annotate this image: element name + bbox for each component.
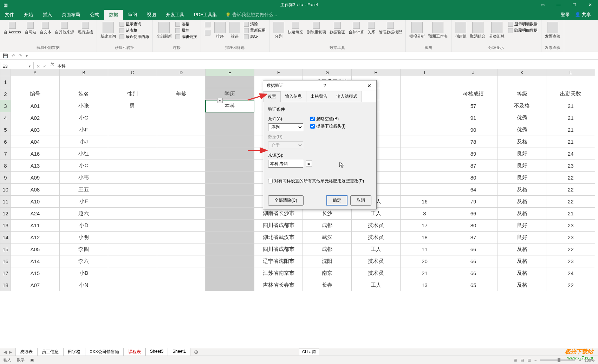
cell[interactable]: 小红	[59, 148, 108, 160]
sheet-tab[interactable]: Sheet1	[168, 348, 190, 356]
sheet-tab[interactable]: 员工信息	[37, 348, 63, 356]
cell[interactable]: 及格	[498, 196, 546, 208]
cell[interactable]	[498, 76, 546, 88]
col-header[interactable]: E	[206, 69, 254, 76]
btn-from-table[interactable]: 从表格	[118, 27, 150, 33]
cell[interactable]: 13	[400, 279, 449, 291]
btn-whatif[interactable]: 模拟分析	[408, 21, 426, 40]
ignore-blank-checkbox[interactable]	[310, 117, 315, 121]
cell[interactable]: 四川省成都市	[254, 243, 303, 255]
cell[interactable]: 小F	[59, 124, 108, 136]
btn-data-validation[interactable]: 数据验证	[328, 21, 346, 35]
btn-relationships[interactable]: 关系	[366, 21, 377, 35]
cell[interactable]	[108, 196, 157, 208]
cell[interactable]	[108, 220, 157, 232]
cell[interactable]: 成都	[303, 243, 352, 255]
cell[interactable]: 小E	[59, 196, 108, 208]
chevron-down-icon[interactable]: ▼	[28, 65, 31, 68]
cell[interactable]: A02	[11, 112, 60, 124]
cell[interactable]: 小D	[59, 220, 108, 232]
maximize-icon[interactable]: ☐	[566, 0, 582, 10]
cell[interactable]: 3	[400, 208, 449, 220]
cancel-button[interactable]: 取消	[350, 195, 371, 206]
cell[interactable]: 22	[546, 196, 595, 208]
cell[interactable]: 男	[108, 100, 157, 112]
cell[interactable]: 66	[449, 208, 498, 220]
tell-me-box[interactable]: 💡 告诉我您想要做什么...	[225, 10, 277, 20]
cell[interactable]: 长春	[303, 279, 352, 291]
cell[interactable]: 87	[449, 232, 498, 243]
cell[interactable]	[108, 267, 157, 279]
btn-show-detail[interactable]: 显示明细数据	[507, 21, 539, 27]
cell[interactable]	[59, 76, 108, 88]
row-header[interactable]: 6	[0, 136, 11, 148]
cell[interactable]	[400, 172, 449, 184]
btn-subtotal[interactable]: 分类汇总	[488, 21, 506, 40]
row-header[interactable]: 7	[0, 148, 11, 160]
btn-clear[interactable]: 清除	[242, 21, 267, 27]
cell[interactable]	[157, 172, 206, 184]
cell[interactable]: 技术员	[352, 267, 401, 279]
row-header[interactable]: 1	[0, 76, 11, 88]
cell[interactable]: 80	[449, 220, 498, 232]
dialog-tab-error[interactable]: 出错警告	[306, 91, 332, 102]
cell[interactable]	[157, 267, 206, 279]
cell[interactable]: A24	[11, 208, 60, 220]
cell[interactable]: 良好	[498, 232, 546, 243]
cell[interactable]	[108, 255, 157, 267]
enter-edit-icon[interactable]: ✓	[43, 64, 46, 69]
cell[interactable]: 南京	[303, 267, 352, 279]
allow-select[interactable]: 序列	[268, 123, 303, 131]
dialog-tab-input-msg[interactable]: 输入信息	[280, 91, 306, 102]
cell[interactable]: 17	[400, 220, 449, 232]
cell[interactable]: 90	[449, 124, 498, 136]
ok-button[interactable]: 确定	[326, 195, 347, 206]
cell[interactable]	[157, 220, 206, 232]
cell[interactable]	[206, 220, 254, 232]
redo-icon[interactable]: ↷	[19, 53, 22, 58]
cell[interactable]	[206, 184, 254, 196]
cell[interactable]: 21	[546, 100, 595, 112]
macro-record-icon[interactable]: ▣	[30, 358, 34, 362]
btn-from-other[interactable]: 自其他来源	[53, 21, 76, 35]
cell[interactable]: 22	[546, 172, 595, 184]
btn-from-web[interactable]: 自网站	[23, 21, 38, 35]
cell[interactable]	[400, 76, 449, 88]
cell[interactable]: 18	[400, 232, 449, 243]
cell[interactable]	[11, 76, 60, 88]
cell[interactable]: 78	[449, 136, 498, 148]
ime-indicator[interactable]: CH ♪ 简	[299, 349, 319, 355]
cell[interactable]: A05	[11, 243, 60, 255]
btn-refresh-all[interactable]: 全部刷新	[155, 21, 173, 40]
cell[interactable]: 22	[546, 184, 595, 196]
cell[interactable]	[157, 184, 206, 196]
col-header[interactable]: H	[352, 69, 401, 76]
tab-developer[interactable]: 开发工具	[161, 10, 189, 20]
cell[interactable]	[206, 112, 254, 124]
btn-forecast-sheet[interactable]: 预测工作表	[427, 21, 449, 40]
cell[interactable]	[157, 232, 206, 243]
dialog-close-icon[interactable]: ✕	[366, 83, 373, 89]
cell[interactable]: 吉林省长春市	[254, 279, 303, 291]
btn-consolidate[interactable]: 合并计算	[347, 21, 365, 35]
btn-sort-desc[interactable]	[203, 29, 212, 37]
cell[interactable]: 辽宁省沈阳市	[254, 255, 303, 267]
col-header[interactable]: A	[11, 69, 60, 76]
zoom-out-icon[interactable]: −	[534, 358, 537, 362]
dialog-tab-settings[interactable]: 设置	[263, 91, 281, 102]
cell[interactable]: 小N	[59, 279, 108, 291]
row-header[interactable]: 8	[0, 160, 11, 172]
btn-properties[interactable]: 属性	[174, 27, 199, 33]
cell[interactable]: 23	[546, 232, 595, 243]
col-header[interactable]: F	[254, 69, 303, 76]
tab-review[interactable]: 审阅	[123, 10, 142, 20]
cell[interactable]: 技术员	[352, 255, 401, 267]
cell[interactable]: A13	[11, 160, 60, 172]
cell[interactable]: 小韦	[59, 172, 108, 184]
row-header[interactable]: 17	[0, 267, 11, 279]
cell[interactable]	[157, 76, 206, 88]
cell[interactable]: 及格	[498, 267, 546, 279]
sheet-tab[interactable]: 成绩表	[15, 348, 37, 356]
qat-more-icon[interactable]: ▾	[26, 53, 28, 58]
view-page-icon[interactable]: ▤	[520, 358, 524, 362]
